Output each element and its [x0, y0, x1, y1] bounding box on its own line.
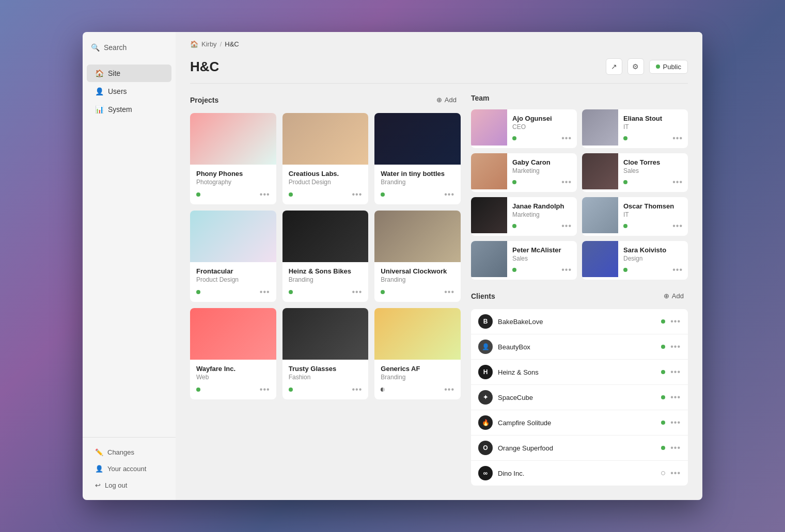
team-menu-eliana[interactable]: •••	[672, 134, 683, 143]
team-menu-sara[interactable]: •••	[672, 265, 683, 275]
project-status-dot-generics	[381, 388, 385, 392]
project-card-frontacular[interactable]: Frontacular Product Design •••	[190, 211, 276, 302]
client-item-heinz[interactable]: H Heinz & Sons •••	[471, 360, 688, 385]
team-card-janae[interactable]: Janae Randolph Marketing •••	[471, 197, 577, 236]
projects-section-header: Projects ⊕ Add	[190, 94, 461, 106]
project-image-generics	[374, 308, 461, 360]
project-card-creations[interactable]: Creatious Labs. Product Design •••	[282, 113, 369, 204]
external-link-button[interactable]: ↗	[606, 58, 622, 75]
project-menu-water[interactable]: •••	[444, 190, 454, 199]
sidebar-item-changes[interactable]: ✏️ Changes	[87, 444, 171, 460]
project-image-water	[374, 113, 461, 165]
project-card-heinz[interactable]: Heinz & Sons Bikes Branding •••	[282, 211, 369, 302]
client-logo-heinz: H	[478, 365, 493, 379]
breadcrumb-parent[interactable]: Kirby	[201, 40, 217, 48]
client-item-orange[interactable]: O Orange Superfood •••	[471, 436, 688, 461]
client-item-campfire[interactable]: 🔥 Campfire Solitude •••	[471, 410, 688, 436]
client-menu-orange[interactable]: •••	[670, 443, 681, 453]
clients-section: Clients ⊕ Add B BakeBakeLove ••• 👤 Beaut…	[471, 290, 688, 486]
client-menu-dino[interactable]: •••	[670, 469, 681, 478]
sidebar-item-system[interactable]: 📊 System	[87, 101, 171, 118]
client-item-beauty[interactable]: 👤 BeautyBox •••	[471, 334, 688, 360]
team-card-ajo[interactable]: Ajo Ogunsei CEO •••	[471, 109, 577, 148]
project-card-water[interactable]: Water in tiny bottles Branding •••	[374, 113, 461, 204]
sidebar-item-account[interactable]: 👤 Your account	[87, 461, 171, 477]
team-menu-janae[interactable]: •••	[561, 221, 572, 231]
project-menu-heinz[interactable]: •••	[352, 287, 363, 297]
project-info-generics: Generics AF Branding •••	[374, 360, 461, 399]
project-menu-universal[interactable]: •••	[444, 287, 454, 297]
project-info-heinz: Heinz & Sons Bikes Branding •••	[282, 262, 369, 302]
clients-add-button[interactable]: ⊕ Add	[660, 290, 688, 302]
project-card-phony[interactable]: Phony Phones Photography •••	[190, 113, 276, 204]
sidebar-item-logout[interactable]: ↩ Log out	[87, 477, 171, 493]
search-label: Search	[104, 43, 127, 52]
team-info-eliana: Eliana Stout IT •••	[618, 109, 688, 148]
sidebar-item-users[interactable]: 👤 Users	[87, 83, 171, 100]
project-card-generics[interactable]: Generics AF Branding •••	[374, 308, 461, 399]
client-name-heinz: Heinz & Sons	[498, 368, 656, 376]
project-card-universal[interactable]: Universal Clockwork Branding •••	[374, 211, 461, 302]
team-menu-ajo[interactable]: •••	[561, 134, 572, 143]
team-card-oscar[interactable]: Oscar Thomsen IT •••	[582, 197, 688, 236]
project-card-trusty[interactable]: Trusty Glasses Fashion •••	[282, 308, 369, 399]
project-menu-wayfare[interactable]: •••	[260, 385, 270, 394]
project-menu-phony[interactable]: •••	[260, 190, 270, 199]
sidebar-item-site[interactable]: 🏠 Site	[87, 65, 171, 82]
team-card-sara[interactable]: Sara Koivisto Design •••	[582, 241, 688, 280]
team-menu-cloe[interactable]: •••	[672, 178, 683, 187]
client-status-orange	[661, 446, 665, 450]
sidebar-item-label: System	[108, 105, 132, 114]
team-role-peter: Sales	[512, 255, 572, 262]
project-menu-creations[interactable]: •••	[352, 190, 363, 199]
team-menu-peter[interactable]: •••	[561, 265, 572, 275]
project-menu-generics[interactable]: •••	[444, 385, 454, 394]
team-role-oscar: IT	[623, 211, 683, 218]
projects-add-button[interactable]: ⊕ Add	[432, 94, 461, 106]
team-footer-oscar: •••	[623, 221, 683, 231]
team-menu-oscar[interactable]: •••	[672, 221, 683, 231]
sidebar-nav: 🏠 Site 👤 Users 📊 System	[83, 60, 176, 437]
team-role-gaby: Marketing	[512, 167, 572, 174]
project-info-creations: Creatious Labs. Product Design •••	[282, 165, 369, 204]
team-name-sara: Sara Koivisto	[623, 246, 683, 254]
team-card-cloe[interactable]: Cloe Torres Sales •••	[582, 153, 688, 192]
team-name-eliana: Eliana Stout	[623, 115, 683, 122]
project-image-creations	[282, 113, 369, 165]
client-menu-campfire[interactable]: •••	[670, 418, 681, 427]
team-footer-ajo: •••	[512, 134, 572, 143]
sidebar-item-label: Users	[108, 87, 127, 95]
changes-icon: ✏️	[95, 448, 103, 456]
gear-icon: ⚙	[632, 62, 639, 71]
project-menu-trusty[interactable]: •••	[352, 385, 363, 394]
app-window: 🔍 Search 🏠 Site 👤 Users 📊 System ✏️ Chan…	[83, 32, 702, 500]
client-item-bake[interactable]: B BakeBakeLove •••	[471, 309, 688, 334]
client-menu-space[interactable]: •••	[670, 393, 681, 402]
project-footer-generics: •••	[381, 385, 454, 394]
client-item-dino[interactable]: ∞ Dino Inc. •••	[471, 461, 688, 486]
team-avatar-janae	[471, 197, 507, 233]
project-info-wayfare: Wayfare Inc. Web •••	[190, 360, 276, 399]
team-card-peter[interactable]: Peter McAlister Sales •••	[471, 241, 577, 280]
client-menu-bake[interactable]: •••	[670, 317, 681, 326]
team-status-dot-eliana	[623, 136, 627, 140]
page-actions: ↗ ⚙ Public	[606, 58, 688, 75]
team-info-cloe: Cloe Torres Sales •••	[618, 153, 688, 192]
project-menu-frontacular[interactable]: •••	[260, 287, 270, 297]
client-menu-beauty[interactable]: •••	[670, 342, 681, 351]
project-status-dot-phony	[196, 192, 200, 197]
team-card-gaby[interactable]: Gaby Caron Marketing •••	[471, 153, 577, 192]
client-logo-beauty: 👤	[478, 340, 493, 354]
client-name-campfire: Campfire Solitude	[498, 419, 656, 427]
team-status-dot-peter	[512, 268, 516, 272]
team-card-eliana[interactable]: Eliana Stout IT •••	[582, 109, 688, 148]
project-footer-creations: •••	[289, 190, 363, 199]
status-badge[interactable]: Public	[649, 60, 688, 74]
settings-button[interactable]: ⚙	[627, 58, 644, 75]
project-type-phony: Photography	[196, 179, 270, 186]
client-item-space[interactable]: ✦ SpaceCube •••	[471, 385, 688, 410]
client-menu-heinz[interactable]: •••	[670, 367, 681, 377]
team-menu-gaby[interactable]: •••	[561, 178, 572, 187]
project-card-wayfare[interactable]: Wayfare Inc. Web •••	[190, 308, 276, 399]
search-button[interactable]: 🔍 Search	[83, 32, 176, 60]
